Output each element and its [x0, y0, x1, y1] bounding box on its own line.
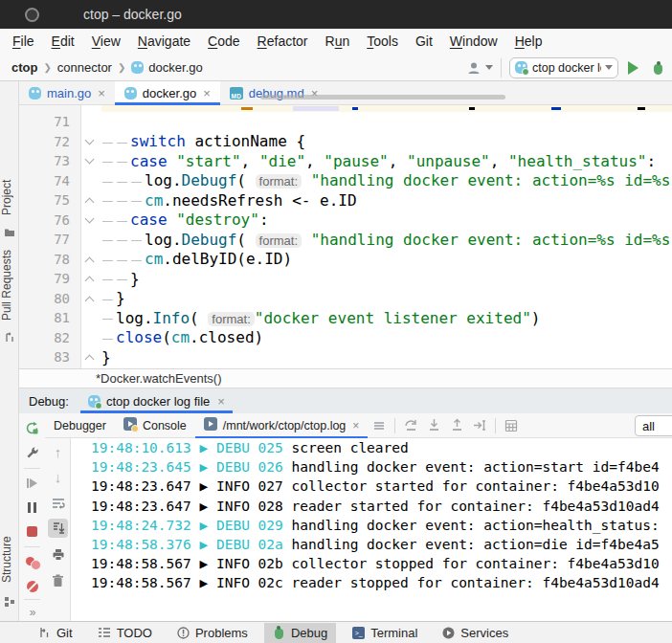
pull-requests-icon[interactable]: [4, 332, 15, 344]
breadcrumb-package[interactable]: connector: [57, 60, 112, 75]
editor-tab-docker-go[interactable]: docker.go×: [115, 81, 220, 104]
fold-end-icon[interactable]: [85, 296, 95, 305]
log-row[interactable]: 19:48:58.376 ▶ DEBU 02a handling docker …: [71, 535, 672, 554]
console-tab-console[interactable]: Console: [115, 413, 195, 438]
fold-marker[interactable]: [81, 289, 101, 309]
settings-wrench-icon[interactable]: [22, 443, 42, 462]
sidebar-item-project[interactable]: Project: [0, 174, 19, 220]
context-method[interactable]: *Docker.watchEvents(): [96, 371, 222, 386]
close-icon[interactable]: ×: [217, 394, 225, 409]
fold-marker[interactable]: [81, 211, 101, 231]
close-icon[interactable]: ×: [203, 86, 211, 100]
debug-session-tab[interactable]: ctop docker log file ×: [80, 388, 233, 413]
sidebar-item-structure[interactable]: Structure: [0, 529, 19, 590]
close-icon[interactable]: ×: [98, 86, 105, 100]
toolwindow-button-debug[interactable]: Debug: [264, 623, 336, 643]
toolwindow-button-git[interactable]: Git: [29, 623, 81, 643]
log-console[interactable]: 19:48:10.613 ▶ DEBU 025 screen cleared19…: [71, 438, 672, 621]
menu-item-file[interactable]: File: [4, 29, 43, 55]
menu-item-git[interactable]: Git: [407, 29, 441, 55]
menu-item-refactor[interactable]: Refactor: [249, 29, 317, 55]
breadcrumb-project[interactable]: ctop: [11, 60, 37, 75]
evaluate-expression-icon[interactable]: [501, 415, 522, 436]
menu-item-help[interactable]: Help: [506, 29, 551, 55]
sidebar-item-pull-requests[interactable]: Pull Requests: [0, 244, 19, 326]
menu-item-code[interactable]: Code: [199, 29, 248, 55]
project-folder-icon[interactable]: [4, 227, 15, 238]
fold-marker[interactable]: [81, 190, 101, 211]
fold-marker[interactable]: [81, 269, 101, 289]
menu-item-edit[interactable]: Edit: [43, 29, 83, 55]
fold-marker[interactable]: [81, 347, 101, 367]
code-line-77[interactable]: 77log.Debugf( format: "handling docker e…: [19, 230, 672, 250]
menu-item-tools[interactable]: Tools: [358, 29, 407, 55]
log-row[interactable]: 19:48:23.647 ▶ INFO 027 collector starte…: [71, 477, 672, 496]
log-row[interactable]: 19:48:23.645 ▶ DEBU 026 handling docker …: [71, 457, 672, 477]
pause-program-button[interactable]: [22, 498, 42, 517]
debug-button[interactable]: [652, 61, 664, 75]
close-icon[interactable]: ×: [352, 419, 359, 432]
menu-item-run[interactable]: Run: [317, 29, 359, 55]
code-line-80[interactable]: 80}: [19, 289, 672, 309]
view-breakpoints-icon[interactable]: [22, 553, 42, 572]
code-line-75[interactable]: 75cm.needsRefresh <- e.ID: [19, 190, 672, 211]
toolwindow-button-problems[interactable]: Problems: [168, 623, 257, 643]
fold-end-icon[interactable]: [85, 198, 95, 208]
log-filter-select[interactable]: all: [635, 415, 672, 436]
fold-end-icon[interactable]: [85, 355, 95, 365]
code-line-72[interactable]: 72switch actionName {: [19, 132, 672, 152]
soft-wrap-icon[interactable]: [48, 494, 68, 513]
console-tab--mnt-work-ctop-ctop-log[interactable]: /mnt/work/ctop/ctop.log×: [195, 413, 369, 438]
more-actions-button[interactable]: »: [22, 603, 42, 622]
code-line-76[interactable]: 76case "destroy":: [19, 211, 672, 231]
step-into-icon[interactable]: [423, 415, 444, 436]
log-row[interactable]: 19:48:10.613 ▶ DEBU 025 screen cleared: [71, 438, 672, 457]
code-line-74[interactable]: 74log.Debugf( format: "handling docker e…: [19, 171, 672, 191]
editor-tab-main-go[interactable]: main.go×: [19, 81, 115, 104]
code-editor[interactable]: 7172switch actionName {73case "start", "…: [19, 105, 672, 368]
log-row[interactable]: 19:48:24.732 ▶ DEBU 029 handling docker …: [71, 516, 672, 535]
mute-breakpoints-icon[interactable]: [22, 577, 42, 596]
fold-end-icon[interactable]: [85, 277, 95, 286]
editor-tab-debug-md[interactable]: MDdebug.md×: [220, 81, 327, 104]
rerun-button[interactable]: [22, 418, 42, 437]
code-line-73[interactable]: 73case "start", "die", "pause", "unpause…: [19, 151, 672, 171]
code-line-81[interactable]: 81log.Info( format:"docker event listene…: [19, 308, 672, 328]
print-icon[interactable]: [48, 545, 68, 565]
resume-program-button[interactable]: [22, 474, 42, 493]
fold-open-icon[interactable]: [85, 213, 95, 223]
scroll-to-end-icon[interactable]: [48, 519, 68, 538]
fold-open-icon[interactable]: [85, 155, 95, 165]
prev-occurrence-icon[interactable]: ↑: [48, 442, 68, 461]
clear-log-trash-icon[interactable]: [48, 571, 68, 590]
menu-item-navigate[interactable]: Navigate: [129, 29, 199, 55]
fold-open-icon[interactable]: [85, 135, 95, 144]
breadcrumb-file[interactable]: docker.go: [148, 60, 202, 75]
menu-item-window[interactable]: Window: [441, 29, 506, 55]
code-with-me-button[interactable]: [466, 60, 493, 76]
fold-marker[interactable]: [81, 132, 101, 152]
title-bar[interactable]: ctop – docker.go: [0, 0, 672, 29]
tabstrip-scrollbar[interactable]: [260, 95, 505, 100]
toolwindow-button-todo[interactable]: TODO: [89, 623, 161, 643]
code-line-71[interactable]: 71: [19, 112, 672, 132]
code-line-79[interactable]: 79}: [19, 269, 672, 289]
run-button[interactable]: [628, 61, 638, 75]
run-configuration-select[interactable]: ctop docker log file: [509, 57, 618, 78]
run-to-cursor-icon[interactable]: [469, 415, 490, 436]
code-line-78[interactable]: 78cm.delByID(e.ID): [19, 250, 672, 270]
console-tab-debugger[interactable]: Debugger: [45, 413, 115, 438]
step-over-icon[interactable]: [400, 415, 421, 436]
step-out-icon[interactable]: [446, 415, 467, 436]
code-line-82[interactable]: 82close(cm.closed): [19, 328, 672, 348]
log-row[interactable]: 19:48:23.647 ▶ INFO 028 reader started f…: [71, 497, 672, 516]
fold-marker[interactable]: [81, 151, 101, 171]
log-row[interactable]: 19:48:58.567 ▶ INFO 02b collector stoppe…: [71, 554, 672, 573]
toolwindow-button-services[interactable]: Services: [434, 623, 517, 643]
next-occurrence-icon[interactable]: ↓: [48, 467, 68, 486]
code-line-83[interactable]: 83}: [19, 347, 672, 367]
window-control-icon[interactable]: [25, 8, 39, 22]
fold-marker[interactable]: [81, 250, 101, 270]
menu-item-view[interactable]: View: [83, 29, 129, 55]
toolwindow-button-terminal[interactable]: >_Terminal: [344, 623, 426, 643]
